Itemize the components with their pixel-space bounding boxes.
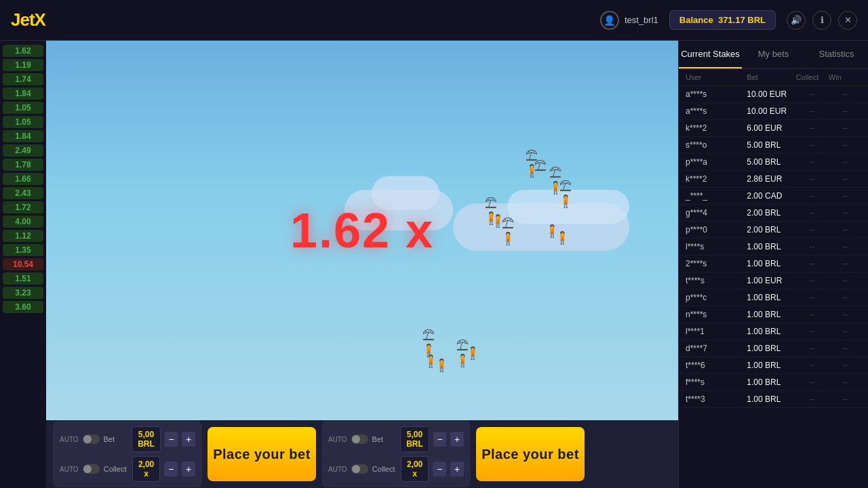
collect-value-2: 2,00 x — [401, 456, 429, 482]
bet-plus-2[interactable]: + — [450, 432, 464, 447]
collect-minus-1[interactable]: − — [164, 462, 178, 476]
cell-collect: -- — [796, 327, 829, 336]
collect-minus-2[interactable]: − — [433, 462, 446, 476]
cell-collect: -- — [796, 242, 829, 251]
cell-bet: 6.00 EUR — [747, 123, 795, 133]
table-col-header: Bet — [747, 73, 795, 81]
auto-toggle-1[interactable] — [83, 434, 100, 444]
betting-controls: AUTO Bet 5,00 BRL − + AUTO Collect 2,00 … — [46, 420, 678, 488]
table-row: t****6 1.00 BRL -- -- — [679, 357, 868, 374]
cell-user: p****c — [686, 293, 747, 302]
stakes-table: a****s 10.00 EUR -- -- a****s 10.00 EUR … — [679, 86, 868, 488]
collect-plus-1[interactable]: + — [182, 462, 195, 476]
multiplier-badge: 1.05 — [3, 102, 43, 114]
multiplier-badge: 3.60 — [3, 301, 43, 313]
collect-toggle-2[interactable] — [351, 464, 368, 474]
cell-collect: -- — [796, 123, 829, 133]
table-row: g****4 2.00 BRL -- -- — [679, 205, 868, 222]
balance-label: Balance — [679, 15, 713, 25]
cell-win: -- — [829, 293, 861, 302]
cell-win: -- — [829, 157, 861, 167]
cell-user: g****4 — [686, 208, 747, 218]
tab-current-stakes[interactable]: Current Stakes — [679, 41, 742, 68]
multiplier-badge: 1.66 — [3, 173, 43, 185]
cell-win: -- — [829, 259, 861, 268]
parachute-12: 🧍 — [465, 346, 480, 361]
cell-user: p****a — [686, 157, 747, 167]
center-area: ⛱🧍 ⛱🧍 ⛱ ⛱🧍 ⛱🧍 🧍 ⛱🧍 🧍 🧍 ⛱🧍 ⛱🧍 🧍 🧍 🧍 1.62 … — [46, 41, 678, 488]
cell-collect: -- — [796, 361, 829, 370]
cell-user: t****3 — [686, 394, 747, 404]
auto-label-1: AUTO — [60, 436, 79, 443]
table-row: p****0 2.00 BRL -- -- — [679, 222, 868, 239]
cell-user: 2****s — [686, 259, 747, 268]
collect-plus-2[interactable]: + — [450, 462, 464, 476]
cell-bet: 1.00 BRL — [747, 242, 795, 251]
collect-toggle-1[interactable] — [83, 464, 100, 474]
cell-collect: -- — [796, 259, 829, 268]
cell-user: d****7 — [686, 344, 747, 353]
cell-win: -- — [829, 225, 861, 235]
cell-collect: -- — [796, 106, 829, 116]
multiplier-badge: 1.72 — [3, 201, 43, 214]
cell-collect: -- — [796, 378, 829, 387]
sound-icon[interactable]: 🔊 — [787, 11, 806, 30]
parachute-14: 🧍 — [434, 358, 449, 373]
multiplier-badge: 1.62 — [3, 45, 43, 57]
bet-minus-2[interactable]: − — [433, 432, 447, 447]
place-bet-button-1[interactable]: Place your bet — [208, 427, 316, 481]
cell-bet: 1.00 BRL — [747, 378, 795, 387]
table-header: UserBetCollectWin — [679, 69, 868, 86]
multiplier-badge: 3.23 — [3, 287, 43, 299]
table-row: t****s 1.00 EUR -- -- — [679, 272, 868, 289]
multiplier-badge: 2.49 — [3, 144, 43, 157]
multiplier-badge: 10.54 — [3, 258, 43, 270]
cell-win: -- — [829, 327, 861, 336]
cell-win: -- — [829, 89, 861, 99]
multiplier-badge: 1.12 — [3, 230, 43, 242]
cell-win: -- — [829, 394, 861, 404]
bet-value-1: 5,00 BRL — [132, 426, 161, 452]
cell-user: l****1 — [686, 327, 747, 336]
cell-bet: 1.00 EUR — [747, 276, 795, 285]
cell-win: -- — [829, 106, 861, 116]
close-icon[interactable]: ✕ — [838, 11, 857, 30]
header-right: 👤 test_brl1 Balance 371.17 BRL 🔊 ℹ ✕ — [600, 10, 857, 30]
tabs-row: Current Stakes My bets Statistics — [679, 41, 868, 69]
cell-win: -- — [829, 123, 861, 133]
cell-user: p****0 — [686, 225, 747, 235]
user-info: 👤 test_brl1 — [600, 11, 658, 30]
cell-bet: 1.00 BRL — [747, 394, 795, 404]
info-icon[interactable]: ℹ — [812, 11, 831, 30]
tab-statistics[interactable]: Statistics — [805, 41, 868, 68]
place-bet-button-2[interactable]: Place your bet — [476, 427, 585, 481]
multiplier-badge: 4.00 — [3, 216, 43, 228]
multiplier-badge: 1.78 — [3, 159, 43, 171]
table-row: n****s 1.00 BRL -- -- — [679, 306, 868, 323]
table-row: l****s 1.00 BRL -- -- — [679, 239, 868, 256]
cell-bet: 2.86 EUR — [747, 174, 795, 184]
parachute-9: 🧍 — [555, 230, 570, 245]
cell-collect: -- — [796, 225, 829, 235]
cell-bet: 1.00 BRL — [747, 361, 795, 370]
right-panel: Current Stakes My bets Statistics UserBe… — [678, 41, 868, 488]
table-row: d****7 1.00 BRL -- -- — [679, 340, 868, 357]
main-layout: 1.621.191.741.841.051.051.842.491.781.66… — [0, 41, 868, 488]
table-row: 2****s 1.00 BRL -- -- — [679, 256, 868, 272]
tab-my-bets[interactable]: My bets — [742, 41, 805, 68]
multiplier-badge: 1.05 — [3, 116, 43, 128]
bet-label-2: Bet — [372, 435, 397, 443]
cell-bet: 1.00 BRL — [747, 259, 795, 268]
table-col-header: Win — [829, 73, 861, 81]
cell-collect: -- — [796, 293, 829, 302]
cell-collect: -- — [796, 208, 829, 218]
bet-minus-1[interactable]: − — [165, 432, 178, 447]
auto-toggle-2[interactable] — [351, 434, 368, 444]
table-col-header: User — [686, 73, 747, 81]
cell-win: -- — [829, 378, 861, 387]
bet-plus-1[interactable]: + — [182, 432, 195, 447]
multiplier-badge: 2.43 — [3, 187, 43, 199]
cell-collect: -- — [796, 140, 829, 150]
cell-user: s****o — [686, 140, 747, 150]
cell-win: -- — [829, 208, 861, 218]
